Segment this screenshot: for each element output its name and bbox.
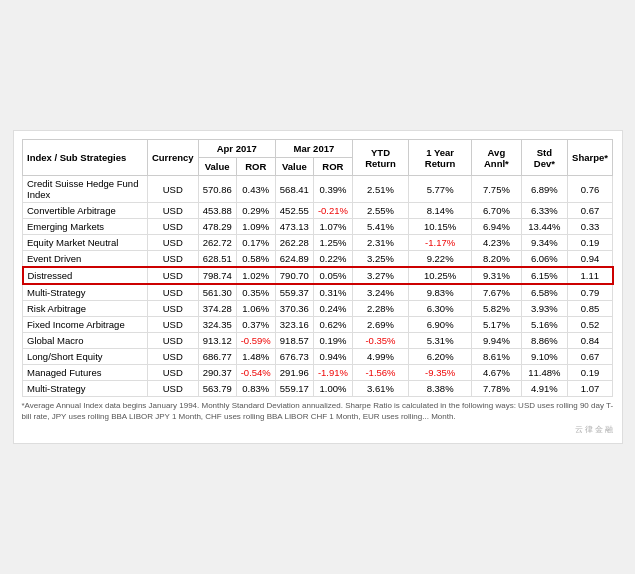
col-index-header: Index / Sub Strategies xyxy=(23,140,148,176)
table-row: Global MacroUSD913.12-0.59%918.570.19%-0… xyxy=(23,333,613,349)
table-cell: 9.34% xyxy=(521,235,567,251)
table-cell: 0.22% xyxy=(313,251,352,268)
table-cell: 1.11 xyxy=(568,267,613,284)
table-cell: 563.79 xyxy=(198,381,236,397)
table-cell: 6.70% xyxy=(472,203,521,219)
table-cell: 2.28% xyxy=(352,301,408,317)
performance-table: Index / Sub Strategies Currency Apr 2017… xyxy=(22,139,614,397)
table-cell: 1.07% xyxy=(313,219,352,235)
watermark: 云 律 金 融 xyxy=(22,424,614,435)
table-cell: 0.84 xyxy=(568,333,613,349)
table-cell: 0.17% xyxy=(236,235,275,251)
table-cell: 3.93% xyxy=(521,301,567,317)
table-cell: Emerging Markets xyxy=(23,219,148,235)
table-cell: 6.94% xyxy=(472,219,521,235)
table-row: Multi-StrategyUSD563.790.83%559.171.00%3… xyxy=(23,381,613,397)
table-row: Convertible ArbitrageUSD453.880.29%452.5… xyxy=(23,203,613,219)
table-cell: -1.56% xyxy=(352,365,408,381)
table-cell: -9.35% xyxy=(409,365,472,381)
table-row: Long/Short EquityUSD686.771.48%676.730.9… xyxy=(23,349,613,365)
table-cell: 5.77% xyxy=(409,176,472,203)
table-cell: -0.59% xyxy=(236,333,275,349)
table-cell: 452.55 xyxy=(275,203,313,219)
table-cell: 374.28 xyxy=(198,301,236,317)
table-cell: -1.17% xyxy=(409,235,472,251)
table-cell: 6.15% xyxy=(521,267,567,284)
table-cell: -1.91% xyxy=(313,365,352,381)
table-cell: Distressed xyxy=(23,267,148,284)
table-cell: 262.72 xyxy=(198,235,236,251)
table-cell: 0.05% xyxy=(313,267,352,284)
table-cell: 0.33 xyxy=(568,219,613,235)
table-cell: Multi-Strategy xyxy=(23,381,148,397)
apr-value-header: Value xyxy=(198,158,236,176)
table-row: DistressedUSD798.741.02%790.700.05%3.27%… xyxy=(23,267,613,284)
table-cell: 6.06% xyxy=(521,251,567,268)
table-row: Risk ArbitrageUSD374.281.06%370.360.24%2… xyxy=(23,301,613,317)
table-cell: 0.79 xyxy=(568,284,613,301)
table-cell: 0.24% xyxy=(313,301,352,317)
table-cell: 7.67% xyxy=(472,284,521,301)
table-cell: 0.83% xyxy=(236,381,275,397)
table-cell: 1.06% xyxy=(236,301,275,317)
table-cell: Global Macro xyxy=(23,333,148,349)
table-cell: 6.90% xyxy=(409,317,472,333)
table-cell: 9.94% xyxy=(472,333,521,349)
table-row: Credit Suisse Hedge Fund IndexUSD570.860… xyxy=(23,176,613,203)
table-cell: Event Driven xyxy=(23,251,148,268)
table-row: Equity Market NeutralUSD262.720.17%262.2… xyxy=(23,235,613,251)
mar2017-header: Mar 2017 xyxy=(275,140,352,158)
table-cell: Risk Arbitrage xyxy=(23,301,148,317)
table-cell: 2.51% xyxy=(352,176,408,203)
table-cell: 9.83% xyxy=(409,284,472,301)
table-cell: 453.88 xyxy=(198,203,236,219)
table-cell: 1.02% xyxy=(236,267,275,284)
table-cell: USD xyxy=(147,301,198,317)
table-cell: 4.91% xyxy=(521,381,567,397)
table-cell: 798.74 xyxy=(198,267,236,284)
table-cell: 628.51 xyxy=(198,251,236,268)
main-container: Index / Sub Strategies Currency Apr 2017… xyxy=(13,130,623,444)
table-row: Event DrivenUSD628.510.58%624.890.22%3.2… xyxy=(23,251,613,268)
table-cell: USD xyxy=(147,176,198,203)
col-currency-header: Currency xyxy=(147,140,198,176)
table-cell: 8.86% xyxy=(521,333,567,349)
table-cell: 5.31% xyxy=(409,333,472,349)
table-cell: Convertible Arbitrage xyxy=(23,203,148,219)
table-cell: 10.25% xyxy=(409,267,472,284)
table-cell: 6.58% xyxy=(521,284,567,301)
mar-ror-header: ROR xyxy=(313,158,352,176)
table-row: Fixed Income ArbitrageUSD324.350.37%323.… xyxy=(23,317,613,333)
table-row: Multi-StrategyUSD561.300.35%559.370.31%3… xyxy=(23,284,613,301)
table-cell: 2.55% xyxy=(352,203,408,219)
table-cell: 6.33% xyxy=(521,203,567,219)
table-cell: USD xyxy=(147,235,198,251)
table-cell: 323.16 xyxy=(275,317,313,333)
table-cell: 0.85 xyxy=(568,301,613,317)
table-cell: 4.99% xyxy=(352,349,408,365)
table-cell: 0.76 xyxy=(568,176,613,203)
table-cell: USD xyxy=(147,317,198,333)
table-cell: 0.62% xyxy=(313,317,352,333)
table-cell: Credit Suisse Hedge Fund Index xyxy=(23,176,148,203)
table-cell: 6.20% xyxy=(409,349,472,365)
table-cell: 290.37 xyxy=(198,365,236,381)
table-cell: 2.31% xyxy=(352,235,408,251)
table-cell: Managed Futures xyxy=(23,365,148,381)
table-cell: 8.14% xyxy=(409,203,472,219)
table-cell: 559.37 xyxy=(275,284,313,301)
table-cell: 0.52 xyxy=(568,317,613,333)
ytd-return-header: YTD Return xyxy=(352,140,408,176)
table-cell: 686.77 xyxy=(198,349,236,365)
table-cell: 13.44% xyxy=(521,219,567,235)
table-cell: 1.25% xyxy=(313,235,352,251)
table-cell: 0.31% xyxy=(313,284,352,301)
table-cell: 1.48% xyxy=(236,349,275,365)
avg-ann-header: Avg Annl* xyxy=(472,140,521,176)
table-row: Managed FuturesUSD290.37-0.54%291.96-1.9… xyxy=(23,365,613,381)
one-year-return-header: 1 Year Return xyxy=(409,140,472,176)
table-cell: 4.23% xyxy=(472,235,521,251)
table-cell: 0.19 xyxy=(568,235,613,251)
table-cell: 5.16% xyxy=(521,317,567,333)
table-cell: -0.35% xyxy=(352,333,408,349)
